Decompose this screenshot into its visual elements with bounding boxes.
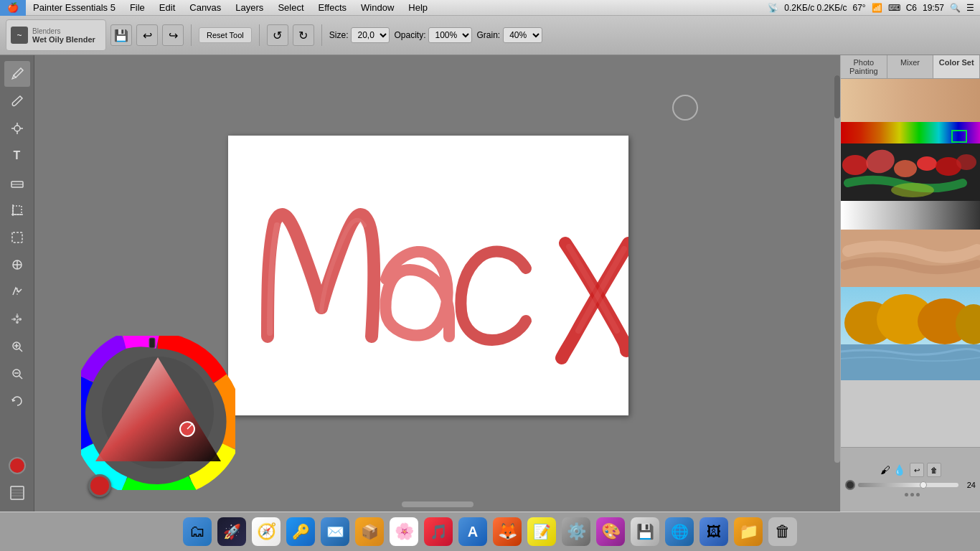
paper-texture-btn[interactable] <box>4 480 30 506</box>
svg-point-46 <box>917 156 937 171</box>
panel-tabs: Photo Painting Mixer Color Set <box>841 55 980 79</box>
dock-music[interactable]: 🎵 <box>423 516 454 547</box>
svg-point-43 <box>842 155 868 175</box>
dock-forklift[interactable]: 📦 <box>354 516 385 547</box>
tab-photo-painting[interactable]: Photo Painting <box>841 55 887 78</box>
mixer-slider[interactable] <box>858 483 958 487</box>
selection-tool-btn[interactable] <box>4 225 30 250</box>
color-wheel-svg <box>81 336 235 490</box>
mixer-dropper-icon[interactable]: 💧 <box>893 464 905 476</box>
dock: 🗂 🚀 🧭 🔑 ✉️ 📦 🌸 🎵 A 🦊 📝 ⚙️ 🎨 <box>0 512 980 551</box>
svg-point-48 <box>956 154 976 170</box>
svg-point-45 <box>894 160 917 177</box>
dock-photo-library[interactable]: 🖼 <box>698 516 730 547</box>
dock-system-prefs[interactable]: ⚙️ <box>560 516 592 547</box>
svg-point-19 <box>19 318 22 321</box>
menu-file[interactable]: File <box>123 0 152 16</box>
dock-firefox[interactable]: 🦊 <box>491 516 523 547</box>
svg-rect-35 <box>149 338 155 348</box>
distort-tool-btn[interactable] <box>4 279 30 305</box>
rotate-ccw-button[interactable]: ↺ <box>267 24 288 46</box>
svg-rect-8 <box>13 206 22 215</box>
svg-line-23 <box>19 349 22 352</box>
dock-web-app[interactable]: 🌐 <box>664 516 695 547</box>
text-tool-btn[interactable]: T <box>4 143 30 169</box>
redo-button[interactable]: ↪ <box>162 24 184 46</box>
dock-trash[interactable]: 🗑 <box>767 516 798 547</box>
menu-layers[interactable]: Layers <box>228 0 270 16</box>
menubar: 🍎 Painter Essentials 5 File Edit Canvas … <box>0 0 980 16</box>
transform-tool-btn[interactable] <box>4 116 30 141</box>
menu-painter[interactable]: Painter Essentials 5 <box>26 0 123 16</box>
color-swatch-btn[interactable] <box>4 453 30 479</box>
save-button[interactable]: 💾 <box>110 24 132 46</box>
size-select[interactable]: 20,0 10,0 30,0 50,0 <box>351 27 390 43</box>
dock-safari[interactable]: 🧭 <box>250 516 282 547</box>
drawing-canvas[interactable] <box>228 136 628 415</box>
dock-disk-utility[interactable]: 💾 <box>629 516 661 547</box>
dock-mail[interactable]: ✉️ <box>319 516 351 547</box>
svg-line-26 <box>19 376 22 379</box>
separator-3 <box>321 24 322 46</box>
dock-launchpad[interactable]: 🚀 <box>216 516 248 547</box>
canvas-content <box>228 136 628 415</box>
left-toolbar: T <box>0 55 34 512</box>
tool-category-label: Blenders <box>32 27 95 35</box>
mixer-bottom-controls: 🖌 💧 ↩ 🗑 24 <box>841 447 980 512</box>
zoom-out-tool-btn[interactable] <box>4 361 30 387</box>
menu-edit[interactable]: Edit <box>152 0 182 16</box>
main-area: T <box>0 55 980 512</box>
apple-menu[interactable]: 🍎 <box>0 0 26 16</box>
color-wheel[interactable] <box>81 336 235 490</box>
dock-folder[interactable]: 📁 <box>732 516 764 547</box>
opacity-label: Opacity: <box>394 30 425 40</box>
svg-rect-11 <box>12 232 22 242</box>
zoom-in-tool-btn[interactable] <box>4 334 30 359</box>
rotate-canvas-tool-btn[interactable] <box>4 388 30 414</box>
canvas-area[interactable] <box>34 55 840 512</box>
reset-tool-button[interactable]: Reset Tool <box>199 27 252 43</box>
mixer-brush-icon[interactable]: 🖌 <box>880 464 890 476</box>
wifi-icon: 📶 <box>872 3 882 13</box>
dock-finder[interactable]: 🗂 <box>182 516 213 547</box>
menu-help[interactable]: Help <box>401 0 435 16</box>
list-icon[interactable]: ☰ <box>966 3 974 13</box>
current-color-dot[interactable] <box>88 474 111 497</box>
opacity-select[interactable]: 100% 75% 50% <box>428 27 472 43</box>
menu-window[interactable]: Window <box>354 0 401 16</box>
toolbar: ~ Blenders Wet Oily Blender 💾 ↩ ↪ Reset … <box>0 16 980 55</box>
svg-rect-39 <box>841 79 980 122</box>
menu-effects[interactable]: Effects <box>311 0 354 16</box>
color-swatch-area[interactable] <box>841 79 980 447</box>
eraser-tool-btn[interactable] <box>4 170 30 196</box>
dock-appstore[interactable]: A <box>457 516 489 547</box>
menu-canvas[interactable]: Canvas <box>182 0 228 16</box>
dock-notes[interactable]: 📝 <box>526 516 557 547</box>
tab-color-set[interactable]: Color Set <box>933 55 980 78</box>
crop-tool-btn[interactable] <box>4 197 30 223</box>
menu-select[interactable]: Select <box>270 0 311 16</box>
undo-button[interactable]: ↩ <box>136 24 158 46</box>
tool-category-icon: ~ <box>11 27 28 44</box>
dock-photos[interactable]: 🌸 <box>388 516 420 547</box>
mixer-slider-row: 24 <box>845 480 976 490</box>
mixer-trash-button[interactable]: 🗑 <box>927 463 941 477</box>
svg-point-0 <box>12 77 14 79</box>
cursor-indicator <box>672 95 698 121</box>
size-label: Size: <box>329 30 349 40</box>
svg-point-16 <box>16 315 19 318</box>
eyedropper-tool[interactable] <box>4 61 30 87</box>
grain-select[interactable]: 40% 20% 60% <box>503 27 542 43</box>
dock-painter[interactable]: 🎨 <box>595 516 626 547</box>
canvas-scrollbar[interactable] <box>402 501 473 507</box>
brush-tool-btn[interactable] <box>4 88 30 114</box>
search-icon[interactable]: 🔍 <box>950 3 961 13</box>
mixer-clear-button[interactable]: ↩ <box>910 463 924 477</box>
pan-tool-btn[interactable] <box>4 306 30 332</box>
svg-rect-40 <box>841 122 980 143</box>
rotate-cw-button[interactable]: ↻ <box>293 24 314 46</box>
dock-1password[interactable]: 🔑 <box>285 516 316 547</box>
tab-mixer[interactable]: Mixer <box>887 55 934 78</box>
panel-scrollbar[interactable] <box>834 75 840 463</box>
clone-tool-btn[interactable] <box>4 252 30 278</box>
